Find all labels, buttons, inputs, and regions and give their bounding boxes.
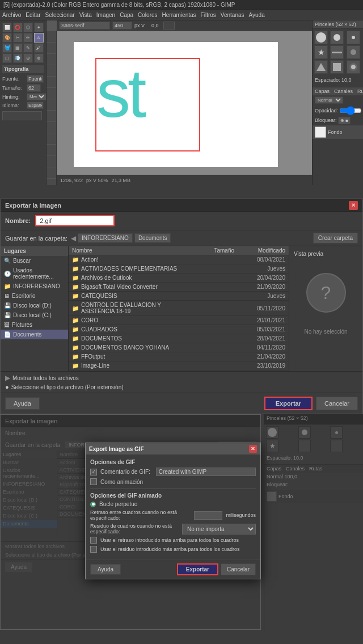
folder-icon: 📁 [72, 317, 79, 323]
gif-residual-select[interactable]: No me importa [182, 524, 256, 534]
tool-paths[interactable]: ✏ [23, 33, 33, 43]
breadcrumb-documents[interactable]: Documents [134, 233, 171, 243]
menu-colores[interactable]: Colores [138, 12, 157, 18]
layers-mode-select[interactable]: Normal [315, 96, 343, 104]
brush-item[interactable]: ★ [314, 45, 328, 59]
color-swatch[interactable] [2, 111, 42, 120]
gif-loop-radio[interactable] [90, 502, 96, 507]
menu-vista[interactable]: Vista [79, 12, 92, 18]
tab-rutas[interactable]: Rutas [355, 87, 363, 95]
tab-capas[interactable]: Capas [313, 87, 332, 95]
tool-text[interactable]: A [34, 33, 44, 43]
file-row[interactable]: 📁Bigasoft Total Video Converter 21/09/20… [69, 283, 289, 292]
file-row[interactable]: 📁DOCUMENTOS 28/04/2021 [69, 334, 289, 343]
menu-capa[interactable]: Capa [120, 12, 133, 18]
recent-icon: 🕐 [4, 271, 11, 277]
create-folder-button[interactable]: Crear carpeta [313, 233, 358, 243]
tool-clone[interactable]: ⊕ [23, 53, 33, 63]
export-name-input[interactable] [35, 215, 115, 226]
text-color-swatch[interactable] [163, 22, 175, 30]
tool-airbrush[interactable]: 💨 [13, 53, 23, 63]
tool-eraser[interactable]: ◻ [2, 53, 12, 63]
tool-blend[interactable]: ▦ [13, 43, 23, 53]
gif-use-delay-checkbox[interactable] [90, 537, 97, 544]
tool-bucket-fill[interactable]: 🪣 [2, 43, 12, 53]
help-button[interactable]: Ayuda [5, 397, 40, 410]
tool-scissors[interactable]: ✂ [13, 33, 23, 43]
brush-item[interactable] [314, 60, 328, 74]
tool-free-select[interactable]: ⬡ [23, 23, 33, 32]
brush-item[interactable] [347, 60, 360, 74]
file-row[interactable]: 📁CUADRADOS 05/03/2021 [69, 325, 289, 334]
menu-filtros[interactable]: Filtros [201, 12, 216, 18]
tool-color-select[interactable]: 🎨 [2, 33, 12, 43]
file-row[interactable]: 📁FFOutput 21/04/2020 [69, 352, 289, 361]
tool-pencil[interactable]: ✎ [23, 43, 33, 53]
cancel-button[interactable]: Cancelar [316, 397, 358, 410]
brush-item[interactable] [314, 31, 328, 44]
gif-help-button[interactable]: Ayuda [90, 564, 121, 575]
place-pictures[interactable]: 🖼 Pictures [1, 320, 68, 330]
place-disk-c[interactable]: 💾 Disco local (C:) [1, 310, 68, 320]
file-row[interactable]: 📁Lightshot 14/04/2021 [69, 371, 289, 371]
file-row[interactable]: 📁Action! 08/04/2021 [69, 255, 289, 264]
menu-archivo[interactable]: Archivo [2, 12, 21, 18]
file-row[interactable]: 📁Archivos de Outlook 20/04/2020 [69, 273, 289, 283]
file-row[interactable]: 📁ACTIVIDADES COMPLEMENTARIAS Jueves [69, 264, 289, 273]
hinting-select[interactable]: Medio [27, 93, 47, 100]
breadcrumb-inforeresiano[interactable]: INFORERESIANO [78, 233, 133, 243]
gif-comment-input[interactable] [156, 468, 256, 476]
place-recent[interactable]: 🕐 Usados recientemente... [1, 266, 68, 281]
gif-delay-input[interactable] [194, 511, 222, 520]
brush-item[interactable] [330, 60, 344, 74]
size-input[interactable] [27, 84, 41, 92]
tool-ellipse-select[interactable]: ⭕ [13, 23, 23, 32]
opacity-slider[interactable] [339, 106, 362, 115]
menu-imagen[interactable]: Imagen [96, 12, 115, 18]
menu-ventanas[interactable]: Ventanas [221, 12, 244, 18]
file-row[interactable]: 📁CATEQUESIS Jueves [69, 292, 289, 301]
gif-export-button[interactable]: Exportar [177, 563, 218, 575]
tool-heal[interactable]: ⊗ [34, 53, 44, 63]
place-search[interactable]: 🔍 Buscar [1, 256, 68, 266]
place-documents-label: Documents [13, 331, 42, 338]
canvas-inner[interactable]: st [57, 31, 312, 175]
menu-ayuda[interactable]: Ayuda [249, 12, 265, 18]
menu-seleccionar[interactable]: Seleccionar [45, 12, 74, 18]
gif-comment-checkbox[interactable] [90, 469, 97, 475]
place-inforeresiano[interactable]: 📁 INFORERESIANO [1, 281, 68, 291]
breadcrumb-back-icon[interactable]: ◀ [71, 234, 76, 242]
menu-herramientas[interactable]: Herramientas [162, 12, 196, 18]
canvas-text: st [96, 59, 143, 127]
brush-item[interactable] [330, 45, 344, 59]
tool-rect-select[interactable]: ⬜ [2, 23, 12, 32]
brush-item[interactable] [347, 45, 360, 59]
place-documents[interactable]: 📄 Documents [1, 330, 68, 339]
file-row[interactable]: 📁CORO 20/01/2021 [69, 316, 289, 325]
tool-fuzzy-select[interactable]: ✦ [34, 23, 44, 32]
size-label: Tamaño: [2, 85, 25, 91]
menu-editar[interactable]: Editar [26, 12, 40, 18]
file-row[interactable]: 📁DOCUMENTOS BANCO YOHANA 04/11/2020 [69, 343, 289, 352]
lang-input[interactable] [27, 102, 44, 109]
export-button[interactable]: Exportar [264, 397, 313, 410]
gif-cancel-button[interactable]: Cancelar [221, 563, 256, 575]
place-escritorio[interactable]: 🖥 Escritorio [1, 291, 68, 301]
layer-fondo[interactable]: Fondo [313, 125, 363, 139]
font-input[interactable] [27, 75, 44, 83]
tool-paintbrush[interactable]: 🖌 [34, 43, 44, 53]
file-row[interactable]: 📁CONTROL DE EVALUACION Y ASISTENCIA 18-1… [69, 301, 289, 316]
place-disk-d[interactable]: 💾 Disco local (D:) [1, 301, 68, 310]
brush-item[interactable] [347, 31, 360, 44]
text-size-input[interactable] [112, 22, 132, 30]
tab-canales[interactable]: Canales [332, 87, 355, 95]
export-dialog-close[interactable]: ✕ [349, 201, 358, 210]
gif-close-button[interactable]: ✕ [249, 445, 257, 453]
lock-btn[interactable]: ⊕ ■ [338, 117, 351, 124]
gif-use-residual-checkbox[interactable] [90, 546, 97, 553]
text-font-input[interactable] [59, 22, 110, 30]
brush-item[interactable] [330, 31, 344, 44]
file-row[interactable]: 📁Image-Line 23/10/2019 [69, 361, 289, 371]
gif-animation-checkbox[interactable] [90, 478, 97, 485]
export-name-row: Nombre: [1, 212, 362, 230]
